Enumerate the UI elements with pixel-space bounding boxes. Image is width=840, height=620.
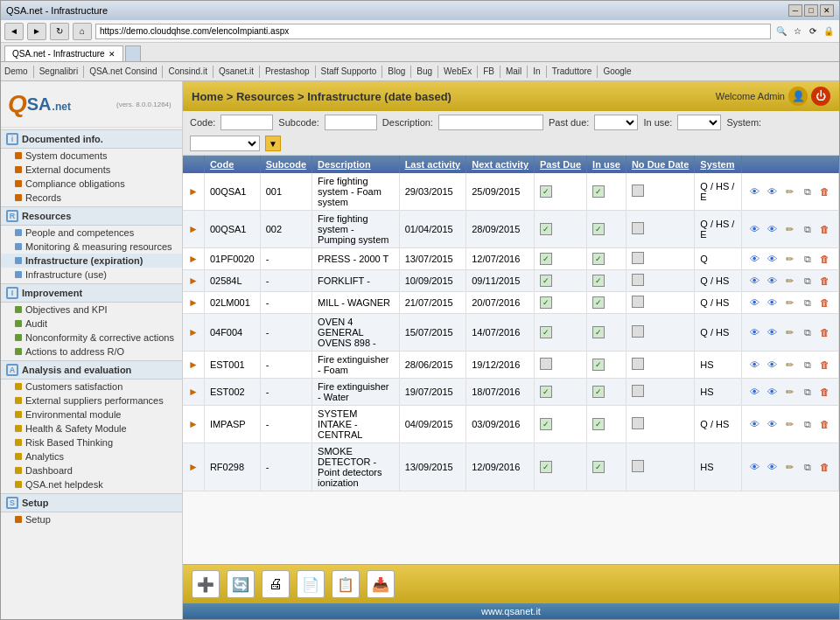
col-in-use[interactable]: In use bbox=[587, 156, 626, 173]
sidebar-item-customers[interactable]: Customers satisfaction bbox=[1, 380, 182, 394]
delete-icon[interactable]: 🗑 bbox=[817, 273, 833, 289]
checkbox[interactable]: ✓ bbox=[592, 359, 605, 371]
col-past-due[interactable]: Past Due bbox=[535, 156, 587, 173]
sidebar-item-records[interactable]: Records bbox=[1, 191, 182, 205]
copy-icon[interactable]: ⧉ bbox=[800, 357, 816, 373]
view2-icon[interactable]: 👁 bbox=[765, 416, 780, 432]
view2-icon[interactable]: 👁 bbox=[765, 459, 780, 475]
checkbox[interactable] bbox=[632, 325, 644, 338]
copy-icon[interactable]: ⧉ bbox=[800, 384, 816, 400]
tab-active[interactable]: QSA.net - Infrastructure ✕ bbox=[4, 45, 123, 61]
checkbox[interactable]: ✓ bbox=[592, 418, 605, 430]
system-select[interactable]: Q HS E bbox=[190, 136, 260, 151]
view-icon[interactable]: 👁 bbox=[747, 251, 763, 267]
refresh-button[interactable]: 🔄 bbox=[227, 570, 255, 598]
edit-icon[interactable]: ✏ bbox=[782, 459, 798, 475]
toolbar-link-traduttore[interactable]: Traduttore bbox=[552, 66, 592, 76]
checkbox[interactable] bbox=[632, 185, 644, 197]
forward-button[interactable]: ► bbox=[27, 23, 46, 40]
home-button[interactable]: ⌂ bbox=[73, 23, 92, 40]
delete-icon[interactable]: 🗑 bbox=[817, 295, 833, 310]
import-button[interactable]: 📥 bbox=[367, 570, 395, 598]
checkbox[interactable]: ✓ bbox=[592, 461, 605, 473]
delete-icon[interactable]: 🗑 bbox=[817, 357, 833, 373]
user-icon[interactable]: 👤 bbox=[788, 87, 808, 106]
reload-icon[interactable]: ⟳ bbox=[806, 24, 820, 38]
print-preview-button[interactable]: 📄 bbox=[297, 570, 325, 598]
sidebar-item-environmental[interactable]: Environmental module bbox=[1, 408, 182, 421]
edit-icon[interactable]: ✏ bbox=[782, 184, 798, 199]
sidebar-item-compliance[interactable]: Compliance obligations bbox=[1, 177, 182, 191]
toolbar-link-demo[interactable]: Demo bbox=[4, 66, 28, 76]
col-subcode[interactable]: Subcode bbox=[260, 156, 312, 173]
checkbox[interactable]: ✓ bbox=[540, 253, 552, 265]
in-use-select[interactable]: Yes No bbox=[677, 115, 721, 130]
checkbox[interactable]: ✓ bbox=[592, 223, 605, 235]
edit-icon[interactable]: ✏ bbox=[782, 273, 798, 289]
toolbar-link-blog[interactable]: Blog bbox=[388, 66, 405, 76]
sidebar-item-audit[interactable]: Audit bbox=[1, 317, 182, 331]
subcode-input[interactable] bbox=[325, 115, 377, 130]
toolbar-link-segnalibri[interactable]: Segnalibri bbox=[39, 66, 78, 76]
checkbox[interactable] bbox=[632, 252, 644, 264]
sidebar-section-header-documented[interactable]: i Documented info. bbox=[1, 129, 182, 149]
checkbox[interactable] bbox=[632, 274, 644, 286]
toolbar-link-prestashop[interactable]: Prestashop bbox=[265, 66, 310, 76]
toolbar-link-consind[interactable]: Consind.it bbox=[168, 66, 206, 76]
sidebar-item-risk[interactable]: Risk Based Thinking bbox=[1, 435, 182, 449]
checkbox[interactable]: ✓ bbox=[540, 418, 552, 430]
maximize-button[interactable]: □ bbox=[804, 4, 818, 17]
edit-icon[interactable]: ✏ bbox=[782, 357, 798, 373]
col-arrow[interactable] bbox=[183, 156, 204, 173]
checkbox[interactable]: ✓ bbox=[592, 386, 605, 398]
copy-icon[interactable]: ⧉ bbox=[800, 251, 816, 267]
checkbox[interactable]: ✓ bbox=[592, 185, 605, 198]
copy-icon[interactable]: ⧉ bbox=[800, 221, 816, 237]
checkbox[interactable] bbox=[632, 222, 644, 234]
edit-icon[interactable]: ✏ bbox=[782, 221, 798, 237]
toolbar-link-qsanetit[interactable]: Qsanet.it bbox=[219, 66, 254, 76]
view-icon[interactable]: 👁 bbox=[747, 221, 763, 237]
sidebar-item-nonconformity[interactable]: Nonconformity & corrective actions bbox=[1, 331, 182, 345]
col-next-activity[interactable]: Next activity bbox=[466, 156, 535, 173]
copy-icon[interactable]: ⧉ bbox=[800, 273, 816, 289]
checkbox[interactable]: ✓ bbox=[540, 386, 552, 398]
sidebar-item-dashboard[interactable]: Dashboard bbox=[1, 463, 182, 477]
toolbar-link-mail[interactable]: Mail bbox=[506, 66, 522, 76]
past-due-select[interactable]: Yes No bbox=[594, 115, 638, 130]
view-icon[interactable]: 👁 bbox=[747, 384, 763, 400]
checkbox[interactable]: ✓ bbox=[540, 185, 552, 198]
view2-icon[interactable]: 👁 bbox=[765, 273, 780, 289]
checkbox[interactable]: ✓ bbox=[592, 253, 605, 265]
sidebar-item-people[interactable]: People and competences bbox=[1, 226, 182, 240]
view2-icon[interactable]: 👁 bbox=[765, 324, 780, 340]
checkbox[interactable]: ✓ bbox=[592, 296, 605, 309]
sidebar-item-actions[interactable]: Actions to address R/O bbox=[1, 345, 182, 359]
toolbar-link-fb[interactable]: FB bbox=[483, 66, 494, 76]
checkbox[interactable] bbox=[632, 417, 644, 429]
view2-icon[interactable]: 👁 bbox=[765, 221, 780, 237]
search-icon[interactable]: 🔍 bbox=[774, 24, 788, 38]
copy-icon[interactable]: ⧉ bbox=[800, 459, 816, 475]
checkbox[interactable]: ✓ bbox=[592, 326, 605, 338]
checkbox[interactable]: ✓ bbox=[540, 326, 552, 338]
delete-icon[interactable]: 🗑 bbox=[817, 324, 833, 340]
checkbox[interactable] bbox=[632, 385, 644, 397]
edit-icon[interactable]: ✏ bbox=[782, 384, 798, 400]
checkbox[interactable] bbox=[632, 358, 644, 370]
description-input[interactable] bbox=[438, 115, 543, 130]
edit-icon[interactable]: ✏ bbox=[782, 324, 798, 340]
sidebar-item-objectives[interactable]: Objectives and KPI bbox=[1, 303, 182, 317]
delete-icon[interactable]: 🗑 bbox=[817, 416, 833, 432]
export-button[interactable]: 📋 bbox=[332, 570, 360, 598]
back-button[interactable]: ◄ bbox=[4, 23, 24, 40]
sidebar-section-header-analysis[interactable]: A Analysis and evaluation bbox=[1, 360, 182, 380]
tab-close-icon[interactable]: ✕ bbox=[108, 50, 116, 59]
view-icon[interactable]: 👁 bbox=[747, 273, 763, 289]
refresh-nav-button[interactable]: ↻ bbox=[50, 23, 69, 40]
col-description[interactable]: Description bbox=[312, 156, 400, 173]
copy-icon[interactable]: ⧉ bbox=[800, 416, 816, 432]
view2-icon[interactable]: 👁 bbox=[765, 295, 780, 310]
toolbar-link-in[interactable]: In bbox=[533, 66, 540, 76]
sidebar-item-external-documents[interactable]: External documents bbox=[1, 163, 182, 177]
